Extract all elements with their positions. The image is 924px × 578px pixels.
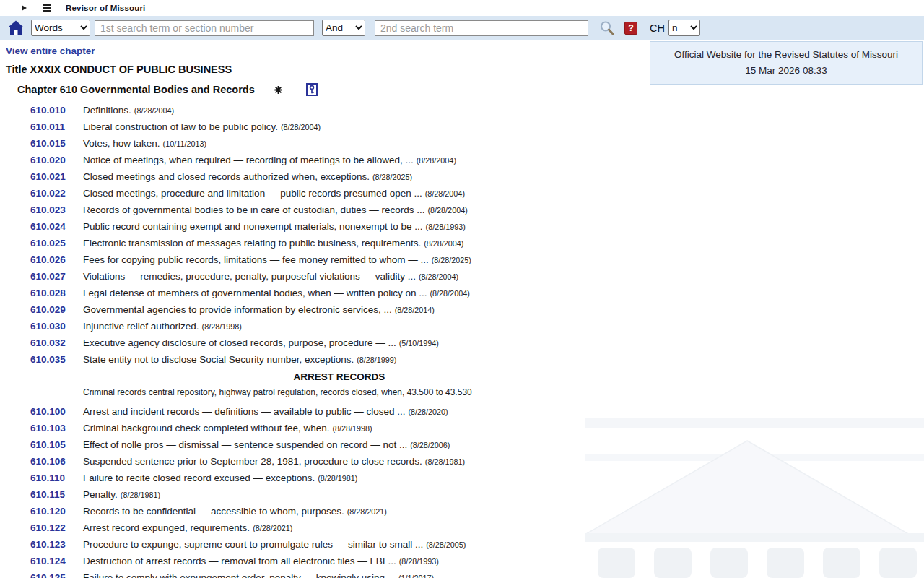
- section-description: Closed meetings, procedure and limitatio…: [83, 185, 465, 202]
- section-row: 610.011 Liberal construction of law to b…: [30, 118, 673, 135]
- section-number-link[interactable]: 610.106: [30, 453, 72, 470]
- search-toolbar: Words And ? CH n: [0, 16, 924, 40]
- section-number-link[interactable]: 610.015: [30, 135, 72, 152]
- section-row: 610.029 Governmental agencies to provide…: [30, 301, 673, 318]
- section-description: Executive agency disclosure of closed re…: [83, 335, 439, 352]
- section-description: Fees for copying public records, limitat…: [83, 251, 471, 269]
- section-number-link[interactable]: 610.022: [30, 185, 72, 202]
- section-date: (8/28/1981): [121, 491, 160, 499]
- section-number-link[interactable]: 610.026: [30, 251, 72, 268]
- section-description: Injunctive relief authorized.(8/28/1998): [83, 318, 242, 335]
- section-date: (8/28/1981): [425, 457, 465, 466]
- section-row: 610.026 Fees for copying public records,…: [30, 251, 673, 268]
- section-description-text: Suspended sentence prior to September 28…: [83, 456, 422, 467]
- help-button[interactable]: ?: [624, 22, 637, 35]
- section-date: (8/28/2004): [424, 239, 463, 248]
- section-description: Records of governmental bodies to be in …: [83, 202, 468, 219]
- section-row: 610.024 Public record containing exempt …: [30, 218, 673, 235]
- section-number-link[interactable]: 610.021: [30, 168, 72, 185]
- section-description: Violations — remedies, procedure, penalt…: [83, 268, 458, 285]
- section-description: Governmental agencies to provide informa…: [83, 301, 435, 319]
- section-number-link[interactable]: 610.035: [30, 351, 72, 368]
- section-number-link[interactable]: 610.030: [30, 318, 72, 335]
- search-type-select[interactable]: Words: [31, 20, 90, 36]
- section-row: 610.120 Records to be confidential — acc…: [30, 503, 673, 519]
- search-input-1[interactable]: [95, 20, 314, 36]
- section-date: (8/28/1993): [399, 557, 439, 566]
- section-number-link[interactable]: 610.125: [30, 569, 72, 578]
- section-row: 610.125 Failure to comply with expungeme…: [30, 569, 673, 578]
- section-date: (8/28/2006): [410, 441, 450, 449]
- section-date: (8/28/2021): [253, 524, 292, 532]
- section-description-text: Failure to comply with expungement order…: [83, 572, 396, 578]
- section-number-link[interactable]: 610.123: [30, 536, 72, 553]
- section-number-link[interactable]: 610.105: [30, 436, 72, 453]
- section-description-text: Injunctive relief authorized.: [83, 321, 199, 332]
- section-number-link[interactable]: 610.027: [30, 268, 72, 285]
- section-number-link[interactable]: 610.103: [30, 420, 72, 436]
- section-row: 610.100 Arrest and incident records — de…: [30, 403, 673, 420]
- menu-icon[interactable]: [43, 4, 51, 12]
- section-date: (8/28/2020): [408, 407, 448, 416]
- section-row: 610.110 Failure to recite closed record …: [30, 470, 673, 486]
- section-description: Failure to comply with expungement order…: [83, 569, 434, 578]
- section-description: Records to be confidential — accessible …: [83, 503, 387, 520]
- official-website-datetime: 15 Mar 2026 08:33: [653, 63, 919, 79]
- section-date: (1/1/2017): [398, 574, 434, 578]
- section-row: 610.023 Records of governmental bodies t…: [30, 202, 673, 218]
- section-date: (8/28/1999): [357, 355, 396, 364]
- section-date: (5/10/1994): [399, 339, 439, 348]
- section-date: (8/28/2004): [430, 289, 470, 298]
- section-number-link[interactable]: 610.024: [30, 218, 72, 235]
- section-row: 610.025 Electronic transmission of messa…: [30, 235, 673, 251]
- search-input-2[interactable]: [375, 20, 588, 36]
- title-heading: Title XXXIX CONDUCT OF PUBLIC BUSINESS: [6, 64, 673, 75]
- section-number-link[interactable]: 610.100: [30, 403, 72, 420]
- section-number-link[interactable]: 610.110: [30, 470, 72, 486]
- asterisk-indicator-icon: [274, 86, 282, 94]
- section-row: 610.032 Executive agency disclosure of c…: [30, 335, 673, 351]
- section-row: 610.020 Notice of meetings, when require…: [30, 152, 673, 168]
- section-number-link[interactable]: 610.029: [30, 301, 72, 318]
- section-number-link[interactable]: 610.124: [30, 553, 72, 569]
- section-description: Closed meetings and closed records autho…: [83, 168, 412, 186]
- section-date: (8/28/1998): [332, 424, 372, 433]
- section-number-link[interactable]: 610.011: [30, 118, 72, 135]
- section-row: 610.015 Votes, how taken.(10/11/2013): [30, 135, 673, 152]
- section-description-text: Destruction of arrest records — removal …: [83, 556, 396, 566]
- official-website-line: Official Website for the Revised Statute…: [653, 47, 919, 63]
- search-operator-select[interactable]: And: [322, 20, 365, 36]
- section-number-link[interactable]: 610.122: [30, 519, 72, 536]
- section-number-link[interactable]: 610.115: [30, 486, 72, 503]
- chapter-select[interactable]: n: [668, 20, 700, 36]
- expand-arrow-icon[interactable]: [22, 5, 27, 11]
- section-row: 610.123 Procedure to expunge, supreme co…: [30, 536, 673, 553]
- section-row: 610.035 State entity not to disclose Soc…: [30, 351, 673, 368]
- home-icon[interactable]: [7, 20, 25, 35]
- chapter-heading: Chapter 610 Governmental Bodies and Reco…: [17, 84, 255, 95]
- arrest-records-heading: ARREST RECORDS: [6, 368, 673, 385]
- section-number-link[interactable]: 610.023: [30, 202, 72, 218]
- view-entire-chapter-link[interactable]: View entire chapter: [6, 46, 95, 56]
- section-row: 610.027 Violations — remedies, procedure…: [30, 268, 673, 285]
- section-row: 610.021 Closed meetings and closed recor…: [30, 168, 673, 185]
- section-description: Procedure to expunge, supreme court to p…: [83, 536, 466, 553]
- section-date: (8/28/2004): [425, 189, 465, 198]
- section-description-text: Violations — remedies, procedure, penalt…: [83, 271, 416, 282]
- search-icon[interactable]: [599, 20, 615, 36]
- section-number-link[interactable]: 610.020: [30, 152, 72, 168]
- section-number-link[interactable]: 610.120: [30, 503, 72, 519]
- chapter-history-key-icon[interactable]: [306, 83, 318, 96]
- section-row: 610.022 Closed meetings, procedure and l…: [30, 185, 673, 202]
- chapter-heading-row: Chapter 610 Governmental Bodies and Reco…: [17, 83, 673, 96]
- section-description: Votes, how taken.(10/11/2013): [83, 135, 206, 152]
- section-row: 610.030 Injunctive relief authorized.(8/…: [30, 318, 673, 335]
- section-number-link[interactable]: 610.028: [30, 285, 72, 301]
- section-number-link[interactable]: 610.025: [30, 235, 72, 251]
- section-description-text: Closed meetings and closed records autho…: [83, 171, 370, 182]
- section-row: 610.106 Suspended sentence prior to Sept…: [30, 453, 673, 470]
- section-list-arrest: 610.100 Arrest and incident records — de…: [6, 403, 673, 578]
- section-number-link[interactable]: 610.010: [30, 102, 72, 118]
- section-description-text: Records to be confidential — accessible …: [83, 506, 344, 517]
- section-number-link[interactable]: 610.032: [30, 335, 72, 351]
